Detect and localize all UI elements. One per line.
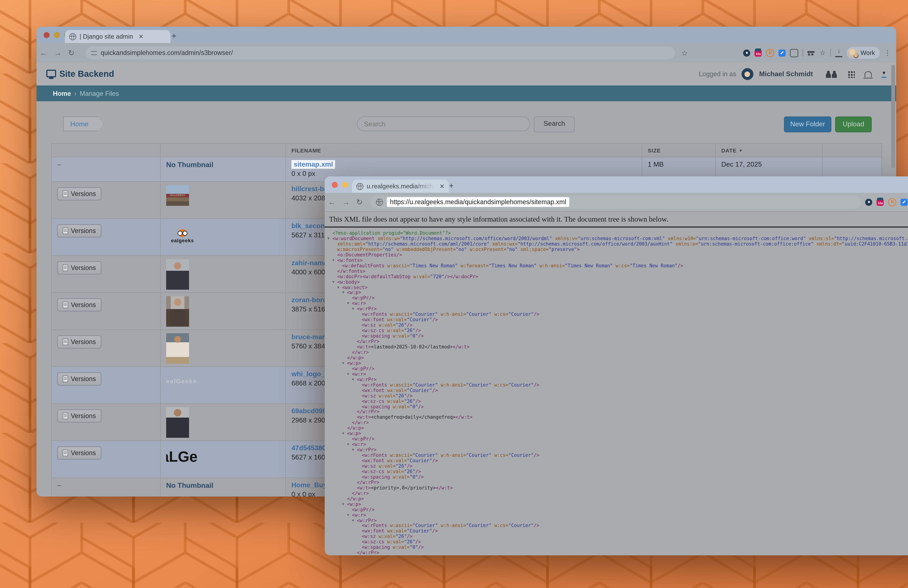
back-icon[interactable]: ← — [40, 48, 47, 57]
minimize-window-button[interactable] — [54, 32, 60, 38]
new-tab-button[interactable]: + — [172, 32, 176, 40]
collapse-arrow-icon[interactable]: ▼ — [342, 431, 347, 437]
collapse-arrow-icon[interactable]: ▼ — [342, 502, 347, 507]
xml-line: <w:sz w:val="26"/> — [325, 534, 908, 540]
collapse-arrow-icon[interactable]: ▼ — [327, 236, 332, 242]
thumbnail-image[interactable] — [166, 259, 189, 290]
versions-cell: Versions — [52, 256, 161, 292]
tab-close-icon[interactable]: ✕ — [440, 183, 444, 190]
thumbnail-image[interactable]: ealgeeks — [166, 222, 199, 251]
thumbnail-image[interactable]: ealGeeks — [166, 378, 204, 389]
header-date[interactable]: DATE▼ — [716, 144, 823, 157]
link-icon[interactable] — [901, 199, 908, 206]
document-icon — [63, 191, 68, 197]
password-manager-icon[interactable] — [743, 49, 750, 56]
versions-cell: Versions — [52, 182, 161, 218]
site-info-globe-icon[interactable] — [376, 199, 383, 206]
home-folder-tab[interactable]: Home — [63, 117, 103, 131]
thumbnail-image[interactable]: HILLCREST — [166, 185, 189, 206]
versions-button[interactable]: Versions — [57, 187, 101, 200]
reload-icon[interactable]: ↻ — [68, 48, 74, 57]
collapse-arrow-icon[interactable]: ▼ — [342, 290, 347, 296]
thumbnail-image[interactable] — [166, 296, 189, 327]
collapse-arrow-icon[interactable]: ▼ — [352, 518, 357, 524]
breadcrumb-home-link[interactable]: Home — [53, 90, 71, 97]
menu-kebab-icon[interactable]: ⋮ — [884, 49, 891, 56]
calendar-10a-icon[interactable]: 10a — [755, 49, 762, 56]
xml-line: <wx:font wx:val="Courier"/> — [325, 318, 908, 323]
thumbnail-image[interactable]: aLGe — [166, 448, 215, 471]
search-input[interactable] — [357, 117, 530, 131]
calendar-10a-icon[interactable]: 10a — [877, 199, 884, 206]
back-icon[interactable]: ← — [328, 198, 336, 206]
new-tab-button[interactable]: + — [449, 181, 454, 190]
xml-line: <w:rFonts w:ascii="Courier" w:h-ansi="Co… — [325, 453, 908, 458]
bookmark-star-icon[interactable]: ☆ — [681, 49, 688, 57]
versions-cell: Versions — [52, 293, 161, 329]
profile-avatar — [848, 48, 858, 58]
collapse-arrow-icon[interactable]: ▼ — [337, 285, 342, 291]
collapse-arrow-icon[interactable]: ▼ — [347, 372, 352, 377]
versions-button[interactable]: Versions — [57, 373, 101, 386]
collapse-arrow-icon[interactable]: ▼ — [347, 512, 352, 518]
versions-button[interactable]: Versions — [57, 336, 101, 349]
forward-icon[interactable]: → — [54, 48, 61, 57]
address-bar[interactable]: https://u.realgeeks.media/quickandsimple… — [370, 196, 861, 209]
extensions-row: 10ab☆Work⋮ — [865, 193, 908, 211]
document-icon — [63, 339, 68, 345]
versions-button[interactable]: Versions — [57, 410, 101, 423]
download-icon[interactable] — [836, 49, 842, 57]
header-size[interactable]: SIZE — [642, 144, 716, 157]
xml-line: ▼<w:wordDocument xmlns:w="http://schemas… — [325, 236, 908, 242]
profile-chip[interactable]: Work — [847, 47, 880, 59]
collapse-arrow-icon[interactable]: ▼ — [332, 258, 337, 263]
collapse-arrow-icon[interactable]: ▼ — [352, 307, 357, 312]
notifications-bell-icon[interactable] — [865, 71, 872, 77]
new-folder-button[interactable]: New Folder — [784, 117, 831, 132]
reload-icon[interactable]: ↻ — [356, 198, 363, 206]
sparkle-star-icon[interactable]: ☆ — [819, 49, 826, 56]
collapse-arrow-icon[interactable]: ▼ — [352, 448, 357, 453]
address-bar[interactable]: quickandsimplehomes.com/admin/s3browser/ — [85, 46, 675, 59]
extensions-icon[interactable] — [790, 49, 798, 57]
upload-button[interactable]: Upload — [835, 117, 872, 132]
user-name: Michael Schmidt — [759, 70, 813, 78]
search-button[interactable]: Search — [534, 117, 575, 132]
apps-grid-icon[interactable] — [848, 71, 855, 78]
tab-close-icon[interactable]: ✕ — [138, 33, 144, 40]
versions-button[interactable]: Versions — [57, 447, 101, 459]
thumbnail-image[interactable] — [166, 407, 189, 438]
versions-button[interactable]: Versions — [57, 261, 101, 275]
link-icon[interactable] — [779, 49, 786, 56]
versions-button[interactable]: Versions — [57, 298, 101, 312]
collapse-arrow-icon[interactable]: ▼ — [332, 280, 337, 285]
tab-strip: | Django site admin ✕ + — [37, 27, 896, 43]
collapse-arrow-icon[interactable]: ▼ — [352, 377, 357, 382]
close-window-button[interactable] — [332, 182, 338, 188]
no-thumbnail-link[interactable]: No Thumbnail — [166, 161, 213, 169]
user-avatar[interactable] — [742, 68, 753, 80]
no-thumbnail-link[interactable]: No Thumbnail — [166, 481, 213, 490]
forward-icon[interactable]: → — [342, 198, 350, 206]
browser-tab[interactable]: u.realgeeks.media/michaelste ✕ — [352, 180, 449, 193]
users-icon[interactable] — [826, 70, 837, 78]
collapse-arrow-icon[interactable]: ▼ — [347, 442, 352, 448]
thumbnail-image[interactable] — [166, 333, 189, 364]
page-scrollbar[interactable] — [891, 65, 895, 168]
collapse-arrow-icon[interactable]: ▼ — [347, 301, 352, 307]
incognito-icon[interactable] — [808, 50, 815, 57]
filename-link[interactable]: sitemap.xml — [291, 161, 636, 168]
collapse-arrow-icon[interactable]: ▼ — [342, 361, 347, 366]
versions-button[interactable]: Versions — [57, 224, 101, 238]
bitly-icon[interactable]: b — [888, 198, 897, 206]
close-window-button[interactable] — [43, 32, 50, 38]
minimize-window-button[interactable] — [342, 182, 348, 188]
xml-line: <wx:font wx:val="Courier"/> — [325, 458, 908, 464]
password-manager-icon[interactable] — [865, 199, 873, 206]
browser-tab[interactable]: | Django site admin ✕ — [65, 30, 171, 43]
document-icon — [63, 228, 68, 234]
header-filename[interactable]: FILENAME — [286, 144, 642, 157]
bitly-icon[interactable]: b — [766, 49, 774, 57]
account-menu-caret-icon[interactable]: ▼ — [882, 70, 886, 78]
site-settings-icon[interactable] — [91, 50, 97, 56]
